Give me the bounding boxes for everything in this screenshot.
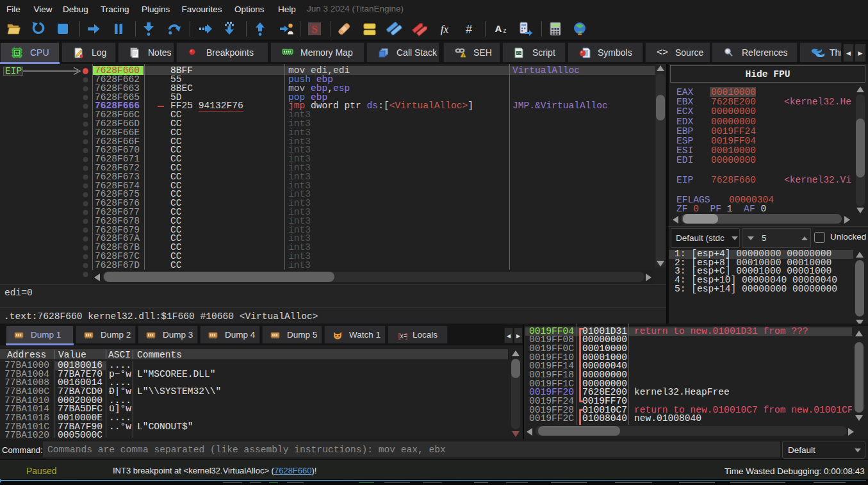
- svg-text:!: !: [463, 54, 464, 58]
- svg-text:]: ]: [404, 333, 407, 340]
- svg-text:<>: <>: [516, 51, 521, 55]
- svg-text:32: 32: [15, 51, 19, 55]
- svg-text:<>: <>: [657, 47, 668, 56]
- svg-text:A: A: [495, 23, 502, 34]
- svg-text:#: #: [466, 23, 472, 36]
- svg-text:z: z: [504, 27, 507, 34]
- svg-text:fx: fx: [441, 23, 449, 35]
- svg-text:S: S: [311, 23, 317, 35]
